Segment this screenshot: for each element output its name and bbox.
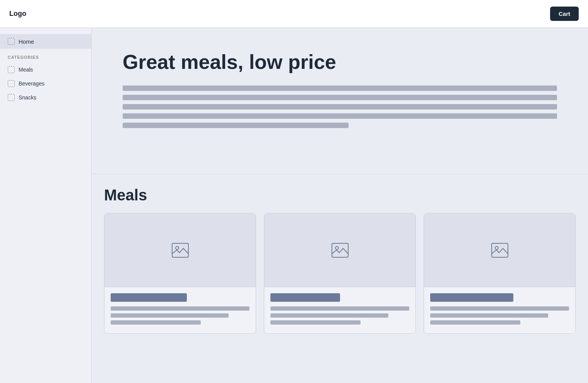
card-1-image [104, 214, 256, 287]
sidebar-item-meals[interactable]: Meals [0, 63, 91, 77]
card-3-image [424, 214, 575, 287]
beverages-icon [8, 80, 15, 87]
home-icon [8, 38, 15, 45]
hero-line-4 [123, 113, 557, 119]
card-3-line-1 [430, 306, 569, 311]
hero-description [123, 85, 557, 128]
svg-point-1 [176, 246, 179, 250]
svg-rect-2 [332, 243, 348, 257]
card-2-line-3 [270, 320, 361, 325]
svg-point-5 [495, 246, 498, 250]
hero-line-3 [123, 104, 557, 109]
sidebar-item-home[interactable]: Home [0, 34, 91, 49]
meal-card-3[interactable] [424, 213, 576, 334]
categories-label: Categories [0, 55, 91, 63]
card-2-image [264, 214, 415, 287]
cards-grid [104, 213, 576, 334]
layout: Home Categories Meals Beverages Snacks G… [0, 28, 588, 383]
cart-button[interactable]: Cart [550, 7, 579, 21]
card-3-line-3 [430, 320, 520, 325]
sidebar: Home Categories Meals Beverages Snacks [0, 28, 92, 383]
meals-section-title: Meals [104, 186, 576, 204]
card-3-body [424, 287, 575, 333]
logo: Logo [9, 10, 26, 18]
image-placeholder-icon-2 [332, 243, 349, 258]
snacks-icon [8, 94, 15, 101]
svg-rect-0 [172, 243, 188, 257]
snacks-label: Snacks [19, 94, 36, 101]
hero-line-2 [123, 95, 557, 100]
home-label: Home [19, 38, 34, 45]
meals-icon [8, 66, 15, 73]
card-2-line-1 [270, 306, 409, 311]
meals-label: Meals [19, 67, 33, 73]
svg-point-3 [335, 246, 338, 250]
beverages-label: Beverages [19, 80, 44, 87]
meals-section: Meals [92, 174, 588, 383]
card-1-body [104, 287, 256, 333]
card-2-line-2 [270, 313, 388, 318]
hero-line-1 [123, 85, 557, 91]
sidebar-item-beverages[interactable]: Beverages [0, 77, 91, 91]
card-1-line-3 [111, 320, 201, 325]
sidebar-item-snacks[interactable]: Snacks [0, 91, 91, 104]
header: Logo Cart [0, 0, 588, 28]
svg-rect-4 [492, 243, 508, 257]
card-2-body [264, 287, 415, 333]
main-content: Great meals, low price Meals [92, 28, 588, 383]
meal-card-2[interactable] [264, 213, 416, 334]
image-placeholder-icon-1 [172, 243, 189, 258]
card-2-title [270, 293, 340, 302]
card-3-title [430, 293, 513, 302]
card-1-line-1 [111, 306, 250, 311]
card-1-line-2 [111, 313, 229, 318]
image-placeholder-icon-3 [491, 243, 508, 258]
card-1-title [111, 293, 187, 302]
hero-title: Great meals, low price [123, 51, 557, 73]
card-3-line-2 [430, 313, 548, 318]
hero-section: Great meals, low price [92, 28, 588, 174]
hero-line-5 [123, 123, 349, 128]
meal-card-1[interactable] [104, 213, 256, 334]
